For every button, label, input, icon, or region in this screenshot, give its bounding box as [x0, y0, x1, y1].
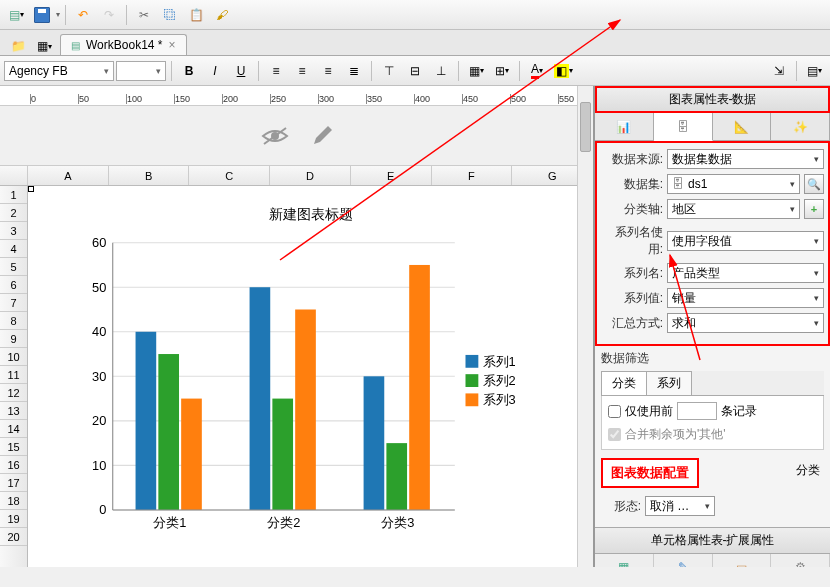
eye-off-icon — [260, 124, 290, 148]
tab-data-icon[interactable]: 🗄 — [654, 113, 713, 141]
col-header[interactable]: B — [109, 166, 190, 185]
col-header[interactable]: D — [270, 166, 351, 185]
workbook-tab[interactable]: ▤ WorkBook14 * × — [60, 34, 187, 55]
tab-effect-icon[interactable]: ✨ — [771, 113, 830, 140]
italic-button[interactable]: I — [203, 59, 227, 83]
category-axis-select[interactable]: 地区▾ — [667, 199, 800, 219]
font-color-button[interactable]: A▾ — [525, 59, 549, 83]
row-header[interactable]: 10 — [0, 348, 27, 366]
record-count-input[interactable] — [677, 402, 717, 420]
brush-button[interactable]: 🖌 — [210, 3, 234, 27]
col-header[interactable]: A — [28, 166, 109, 185]
filter-tab-category[interactable]: 分类 — [601, 371, 647, 395]
align-center-button[interactable]: ≡ — [290, 59, 314, 83]
spreadsheet-pane: 050100150200250300350400450500550 ABCDEF… — [0, 86, 594, 567]
category-add-button[interactable]: + — [804, 199, 824, 219]
row-header[interactable]: 7 — [0, 294, 27, 312]
cut-button[interactable]: ✂ — [132, 3, 156, 27]
bg-color-button[interactable]: ◧▾ — [551, 59, 575, 83]
border-button[interactable]: ▦▾ — [464, 59, 488, 83]
merge-button[interactable]: ⊞▾ — [490, 59, 514, 83]
svg-text:40: 40 — [92, 324, 106, 339]
row-header[interactable]: 9 — [0, 330, 27, 348]
series-name-use-select[interactable]: 使用字段值▾ — [667, 231, 824, 251]
cell-tab-2[interactable]: ✎ — [654, 554, 713, 567]
category-suffix-label: 分类 — [796, 462, 820, 479]
resize-handle[interactable] — [28, 186, 34, 192]
data-source-select[interactable]: 数据集数据▾ — [667, 149, 824, 169]
align-right-button[interactable]: ≡ — [316, 59, 340, 83]
save-button[interactable] — [30, 3, 54, 27]
undo-button[interactable]: ↶ — [71, 3, 95, 27]
valign-top-button[interactable]: ⊤ — [377, 59, 401, 83]
row-header[interactable]: 20 — [0, 528, 27, 546]
data-source-label: 数据来源: — [601, 151, 663, 168]
svg-text:10: 10 — [92, 458, 106, 473]
dataset-select[interactable]: 🗄ds1▾ — [667, 174, 800, 194]
align-left-button[interactable]: ≡ — [264, 59, 288, 83]
valign-bot-button[interactable]: ⊥ — [429, 59, 453, 83]
row-header[interactable]: 8 — [0, 312, 27, 330]
underline-button[interactable]: U — [229, 59, 253, 83]
summary-select[interactable]: 求和▾ — [667, 313, 824, 333]
chart-data-form: 数据来源: 数据集数据▾ 数据集: 🗄ds1▾ 🔍 分类轴: 地区▾ + 系列名… — [595, 141, 830, 346]
align-justify-button[interactable]: ≣ — [342, 59, 366, 83]
svg-text:分类1: 分类1 — [153, 515, 186, 530]
series-value-select[interactable]: 销量▾ — [667, 288, 824, 308]
row-header[interactable]: 11 — [0, 366, 27, 384]
paste-button[interactable]: 📋 — [184, 3, 208, 27]
row-header[interactable]: 1 — [0, 186, 27, 204]
row-header[interactable]: 2 — [0, 204, 27, 222]
new-doc-button[interactable]: ▤▾ — [4, 3, 28, 27]
category-axis-label: 分类轴: — [601, 201, 663, 218]
col-header[interactable]: E — [351, 166, 432, 185]
bold-button[interactable]: B — [177, 59, 201, 83]
series-name-select[interactable]: 产品类型▾ — [667, 263, 824, 283]
menu-button[interactable]: ▤▾ — [802, 59, 826, 83]
redo-button[interactable]: ↷ — [97, 3, 121, 27]
cell-tab-3[interactable]: ▭ — [713, 554, 772, 567]
font-family-select[interactable]: Agency FB▾ — [4, 61, 114, 81]
cell-tab-4[interactable]: ⚙ — [771, 554, 830, 567]
close-tab-icon[interactable]: × — [168, 38, 175, 52]
row-header[interactable]: 12 — [0, 384, 27, 402]
series-name-use-label: 系列名使用: — [601, 224, 663, 258]
tab-chart-icon[interactable]: 📊 — [595, 113, 654, 140]
only-use-first-checkbox[interactable] — [608, 405, 621, 418]
vertical-scrollbar[interactable] — [577, 86, 593, 567]
row-header[interactable]: 17 — [0, 474, 27, 492]
row-header[interactable]: 5 — [0, 258, 27, 276]
column-headers: ABCDEFG — [0, 166, 593, 186]
horizontal-ruler: 050100150200250300350400450500550 — [0, 86, 593, 106]
open-button[interactable]: 📁 — [6, 34, 30, 58]
export-button[interactable]: ⇲ — [767, 59, 791, 83]
merge-rest-checkbox — [608, 428, 621, 441]
filter-tab-series[interactable]: 系列 — [646, 371, 692, 395]
chart-title: 新建图表标题 — [38, 206, 583, 224]
col-header[interactable]: C — [189, 166, 270, 185]
svg-rect-32 — [466, 374, 479, 387]
row-header[interactable]: 19 — [0, 510, 27, 528]
merge-rest-label: 合并剩余项为'其他' — [625, 426, 726, 443]
row-header[interactable]: 15 — [0, 438, 27, 456]
copy-button[interactable]: ⿻ — [158, 3, 182, 27]
row-header[interactable]: 6 — [0, 276, 27, 294]
valign-mid-button[interactable]: ⊟ — [403, 59, 427, 83]
row-header[interactable]: 18 — [0, 492, 27, 510]
shape-label: 形态: — [601, 498, 641, 515]
shape-select[interactable]: 取消 …▾ — [645, 496, 715, 516]
tab-style-icon[interactable]: 📐 — [713, 113, 772, 140]
font-size-select[interactable]: ▾ — [116, 61, 166, 81]
grid-button[interactable]: ▦▾ — [32, 34, 56, 58]
col-header[interactable]: F — [432, 166, 513, 185]
dataset-search-button[interactable]: 🔍 — [804, 174, 824, 194]
row-header[interactable]: 16 — [0, 456, 27, 474]
row-header[interactable]: 13 — [0, 402, 27, 420]
cell-tab-1[interactable]: ▦ — [595, 554, 654, 567]
row-header[interactable]: 4 — [0, 240, 27, 258]
chart-object[interactable]: 新建图表标题 0102030405060分类1分类2分类3系列1系列2系列3 — [28, 186, 593, 567]
row-header[interactable]: 3 — [0, 222, 27, 240]
document-tab-bar: 📁 ▦▾ ▤ WorkBook14 * × — [0, 30, 830, 56]
cell-panel-title: 单元格属性表-扩展属性 — [595, 527, 830, 554]
row-header[interactable]: 14 — [0, 420, 27, 438]
